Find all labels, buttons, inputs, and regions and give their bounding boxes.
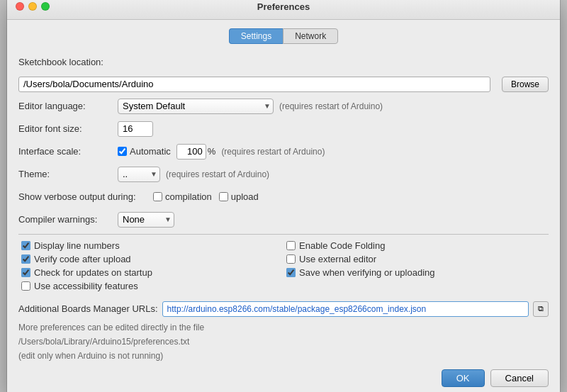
additional-urls-row: Additional Boards Manager URLs: ⧉ <box>18 301 549 317</box>
percent-label: % <box>208 146 216 157</box>
window-title: Preferences <box>257 1 310 12</box>
compiler-warnings-label: Compiler warnings: <box>18 214 118 225</box>
sketchbook-input-row: Browse <box>18 77 549 92</box>
interface-scale-label: Interface scale: <box>18 146 118 157</box>
browse-button[interactable]: Browse <box>502 77 549 92</box>
preferences-window: Preferences Settings Network Sketchbook … <box>7 0 560 392</box>
editor-font-size-label: Editor font size: <box>18 123 118 134</box>
check-updates-label: Check for updates on startup <box>34 267 152 278</box>
interface-scale-row: Interface scale: Automatic % (requires r… <box>18 143 549 160</box>
accessibility-row: Use accessibility features <box>21 281 284 291</box>
tab-settings[interactable]: Settings <box>229 28 283 44</box>
content-area: Settings Network Sketchbook location: Br… <box>7 20 560 393</box>
theme-row: Theme: .. ▼ (requires restart of Arduino… <box>18 166 549 183</box>
editor-font-size-input[interactable] <box>118 121 153 137</box>
automatic-label: Automatic <box>130 146 171 157</box>
display-line-numbers-label: Display line numbers <box>34 240 120 251</box>
tab-bar: Settings Network <box>18 28 549 44</box>
external-editor-checkbox[interactable] <box>286 254 296 264</box>
external-link-icon: ⧉ <box>538 304 544 313</box>
traffic-lights <box>16 2 50 11</box>
save-verifying-checkbox[interactable] <box>286 268 296 277</box>
scale-value-input[interactable] <box>176 144 206 159</box>
sketchbook-row: Sketchbook location: <box>18 54 549 71</box>
checkboxes-section: Display line numbers Verify code after u… <box>18 240 549 294</box>
compilation-checkbox[interactable] <box>153 192 162 201</box>
verify-code-checkbox[interactable] <box>21 254 30 264</box>
sketchbook-label: Sketchbook location: <box>18 57 103 67</box>
verbose-upload-item: upload <box>219 191 259 202</box>
verbose-options: compilation upload <box>153 191 259 202</box>
additional-urls-icon-btn[interactable]: ⧉ <box>533 301 549 317</box>
bottom-buttons: OK Cancel <box>18 369 549 387</box>
compilation-label: compilation <box>165 191 212 202</box>
checkbox-col-left: Display line numbers Verify code after u… <box>18 240 284 294</box>
verbose-compilation-item: compilation <box>153 191 212 202</box>
automatic-checkbox[interactable] <box>118 147 127 156</box>
display-line-numbers-checkbox[interactable] <box>21 241 30 250</box>
verbose-output-row: Show verbose output during: compilation … <box>18 189 549 206</box>
minimize-button[interactable] <box>28 2 37 11</box>
checkbox-col-right: Enable Code Folding Use external editor … <box>284 240 549 294</box>
theme-restart-note: (requires restart of Arduino) <box>166 169 269 179</box>
theme-select-wrapper: .. ▼ <box>118 167 160 182</box>
editor-language-restart-note: (requires restart of Arduino) <box>279 101 383 111</box>
save-verifying-label: Save when verifying or uploading <box>299 267 435 278</box>
footer-line2: /Users/bola/Library/Arduino15/preference… <box>18 335 549 348</box>
additional-urls-input[interactable] <box>162 301 529 317</box>
editor-language-label: Editor language: <box>18 101 118 111</box>
editor-language-select[interactable]: System Default <box>118 99 274 114</box>
theme-label: Theme: <box>18 169 118 179</box>
close-button[interactable] <box>16 2 24 11</box>
upload-label: upload <box>231 191 259 202</box>
cancel-button[interactable]: Cancel <box>490 369 549 387</box>
code-folding-checkbox[interactable] <box>286 241 296 250</box>
sketchbook-input[interactable] <box>18 77 490 92</box>
additional-urls-label: Additional Boards Manager URLs: <box>18 303 158 314</box>
footer-line1: More preferences can be edited directly … <box>18 321 549 334</box>
divider <box>18 234 549 235</box>
upload-checkbox[interactable] <box>219 192 228 201</box>
display-line-numbers-row: Display line numbers <box>21 240 284 251</box>
editor-font-size-row: Editor font size: <box>18 121 549 138</box>
check-updates-row: Check for updates on startup <box>21 267 284 278</box>
code-folding-label: Enable Code Folding <box>299 240 385 251</box>
footer-section: More preferences can be edited directly … <box>18 321 549 362</box>
compiler-warnings-select[interactable]: None <box>118 212 174 228</box>
verify-code-label: Verify code after upload <box>34 254 131 264</box>
accessibility-label: Use accessibility features <box>34 281 138 291</box>
titlebar: Preferences <box>7 0 560 20</box>
editor-language-row: Editor language: System Default ▼ (requi… <box>18 98 549 115</box>
scale-restart-note: (requires restart of Arduino) <box>221 147 325 157</box>
footer-line3: (edit only when Arduino is not running) <box>18 349 549 362</box>
verbose-label: Show verbose output during: <box>18 191 153 202</box>
save-verifying-row: Save when verifying or uploading <box>286 267 549 278</box>
accessibility-checkbox[interactable] <box>21 281 30 291</box>
code-folding-row: Enable Code Folding <box>286 240 549 251</box>
compiler-warnings-select-wrapper: None ▼ <box>118 212 174 228</box>
check-updates-checkbox[interactable] <box>21 268 30 277</box>
ok-button[interactable]: OK <box>442 369 485 387</box>
compiler-warnings-row: Compiler warnings: None ▼ <box>18 211 549 228</box>
verify-code-row: Verify code after upload <box>21 254 284 264</box>
tab-network[interactable]: Network <box>283 28 338 44</box>
maximize-button[interactable] <box>41 2 50 11</box>
editor-language-select-wrapper: System Default ▼ <box>118 99 274 114</box>
theme-select[interactable]: .. <box>118 167 160 182</box>
external-editor-row: Use external editor <box>286 254 549 264</box>
external-editor-label: Use external editor <box>299 254 376 264</box>
